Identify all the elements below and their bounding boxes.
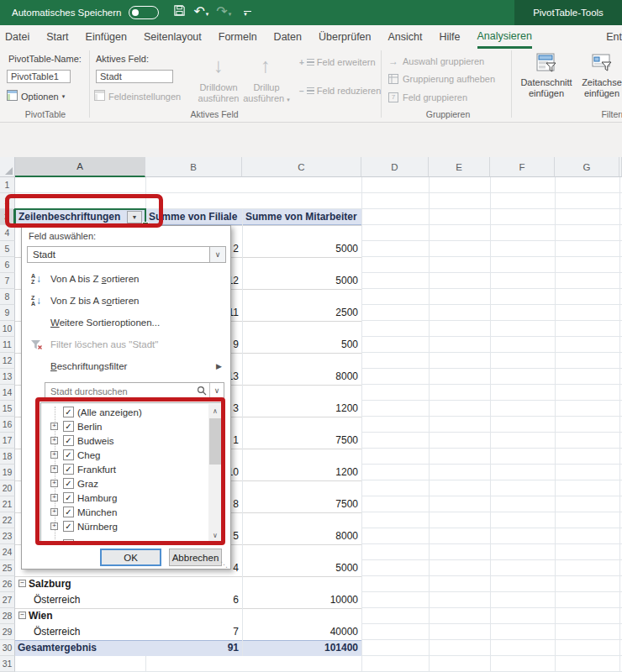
column-header-A[interactable]: A bbox=[15, 157, 145, 177]
tab-formeln[interactable]: Formeln bbox=[219, 25, 257, 49]
column-header-E[interactable]: E bbox=[429, 157, 490, 177]
tab-einfuegen[interactable]: Einfügen bbox=[86, 25, 127, 49]
tab-seitenlayout[interactable]: Seitenlayout bbox=[144, 25, 202, 49]
cell-C19[interactable]: 1200 bbox=[245, 465, 358, 480]
row-header[interactable]: 20 bbox=[0, 480, 15, 496]
tab-datei[interactable]: Datei bbox=[5, 25, 29, 49]
tab-ueberpruefen[interactable]: Überprüfen bbox=[319, 25, 372, 49]
collapse-wien-icon[interactable]: − bbox=[18, 612, 26, 619]
menu-sort-z-a[interactable]: ZA↓ Von Z bis A sortieren bbox=[22, 290, 230, 312]
cancel-button[interactable]: Abbrechen bbox=[169, 549, 222, 566]
tab-daten[interactable]: Daten bbox=[274, 25, 302, 49]
row-header[interactable]: 7 bbox=[0, 273, 15, 289]
cell-C23[interactable]: 8000 bbox=[245, 528, 358, 544]
insert-slicer-button[interactable]: Datenschnitt einfügen bbox=[514, 52, 578, 99]
cell-A30[interactable]: Gesamtergebnis bbox=[18, 640, 97, 656]
row-header[interactable]: 5 bbox=[0, 241, 15, 257]
group-field-button[interactable]: 7 Feld gruppieren bbox=[388, 92, 467, 102]
row-header[interactable]: 22 bbox=[0, 512, 15, 528]
cell-C15[interactable]: 1200 bbox=[245, 401, 358, 417]
cell-C3[interactable]: Summe von Mitarbeiter bbox=[245, 209, 357, 225]
tab-hilfe[interactable]: Hilfe bbox=[440, 25, 461, 49]
column-header-F[interactable]: F bbox=[490, 157, 555, 177]
row-header[interactable]: 13 bbox=[0, 369, 15, 385]
row-header[interactable]: 29 bbox=[0, 624, 15, 640]
row-header[interactable]: 11 bbox=[0, 337, 15, 353]
row-header[interactable]: 24 bbox=[0, 544, 15, 560]
cell-C30[interactable]: 101400 bbox=[245, 640, 358, 656]
row-header[interactable]: 25 bbox=[0, 560, 15, 576]
collapse-field-button[interactable]: − Feld reduzieren bbox=[299, 86, 381, 96]
expand-field-button[interactable]: + Feld erweitern bbox=[299, 57, 376, 67]
undo-button[interactable]: ↶▾ bbox=[193, 0, 208, 27]
save-icon[interactable] bbox=[173, 0, 186, 25]
row-header[interactable]: 18 bbox=[0, 449, 15, 465]
row-header[interactable]: 10 bbox=[0, 321, 15, 337]
row-header[interactable]: 16 bbox=[0, 417, 15, 433]
cell-B30[interactable]: 91 bbox=[147, 640, 239, 656]
cell-C5[interactable]: 5000 bbox=[245, 241, 358, 257]
row-header[interactable]: 15 bbox=[0, 401, 15, 417]
cell-C27[interactable]: 10000 bbox=[245, 592, 358, 608]
ok-button[interactable]: OK bbox=[100, 549, 161, 566]
row-header[interactable]: 17 bbox=[0, 433, 15, 449]
row-header[interactable]: 23 bbox=[0, 528, 15, 544]
row-header[interactable]: 12 bbox=[0, 353, 15, 369]
cell-C25[interactable]: 5000 bbox=[245, 560, 358, 576]
row-header[interactable]: 14 bbox=[0, 385, 15, 401]
field-select-combo[interactable]: Stadt ∨ bbox=[27, 246, 226, 263]
tab-ansicht[interactable]: Ansicht bbox=[388, 25, 423, 49]
menu-more-sort-options[interactable]: Weitere Sortieroptionen... bbox=[22, 312, 230, 333]
cell-C29[interactable]: 40000 bbox=[245, 624, 358, 640]
cell-C21[interactable]: 7500 bbox=[245, 496, 358, 512]
drilldown-button[interactable]: Drilldown ausführen bbox=[192, 82, 245, 104]
cell-C17[interactable]: 7500 bbox=[245, 433, 358, 449]
cell-C9[interactable]: 2500 bbox=[245, 305, 358, 321]
active-field-input[interactable] bbox=[96, 70, 173, 83]
group-selection-button[interactable]: → Auswahl gruppieren bbox=[388, 55, 484, 67]
row-header[interactable]: 1 bbox=[0, 177, 15, 193]
autosave-toggle[interactable] bbox=[129, 6, 159, 19]
row-header[interactable]: 31 bbox=[0, 656, 15, 672]
row-header[interactable]: 30 bbox=[0, 640, 15, 656]
cell-B27[interactable]: 6 bbox=[147, 592, 239, 608]
row-header[interactable]: 21 bbox=[0, 496, 15, 512]
tab-analysieren[interactable]: Analysieren bbox=[477, 25, 532, 49]
cell-A27[interactable]: Österreich bbox=[34, 592, 80, 608]
cell-A29[interactable]: Österreich bbox=[34, 624, 80, 640]
options-button[interactable]: Optionen ▾ bbox=[7, 89, 65, 104]
column-header-D[interactable]: D bbox=[361, 157, 429, 177]
redo-button[interactable]: ↷▾ bbox=[216, 0, 231, 27]
chevron-down-icon[interactable]: ∨ bbox=[209, 383, 224, 398]
collapse-salzburg-icon[interactable]: − bbox=[18, 580, 26, 587]
column-header-G[interactable]: G bbox=[555, 157, 619, 177]
cell-A28[interactable]: Wien bbox=[29, 608, 53, 624]
row-header[interactable]: 8 bbox=[0, 289, 15, 305]
cell-A26[interactable]: Salzburg bbox=[29, 576, 71, 592]
tab-start[interactable]: Start bbox=[46, 25, 68, 49]
menu-sort-a-z[interactable]: AZ↓ Von A bis Z sortieren bbox=[22, 268, 230, 290]
cell-C7[interactable]: 5000 bbox=[245, 273, 358, 289]
row-header[interactable]: 27 bbox=[0, 592, 15, 608]
column-header-C[interactable]: C bbox=[242, 157, 361, 177]
menu-label-filters[interactable]: Beschriftungsfilter ▶ bbox=[22, 355, 230, 377]
insert-timeline-button[interactable]: Zeitachse einfügen bbox=[580, 52, 622, 99]
row-header[interactable]: 26 bbox=[0, 576, 15, 592]
tab-entwurf[interactable]: Ent bbox=[606, 25, 622, 49]
field-settings-button[interactable]: Feldeinstellungen bbox=[94, 89, 181, 104]
customize-quick-access-icon[interactable] bbox=[244, 11, 251, 12]
cell-C11[interactable]: 500 bbox=[245, 337, 358, 353]
row-header[interactable]: 6 bbox=[0, 257, 15, 273]
ungroup-button[interactable]: Gruppierung aufheben bbox=[388, 74, 495, 84]
select-all-corner[interactable] bbox=[0, 157, 15, 177]
pivottable-name-input[interactable] bbox=[7, 70, 71, 83]
drillup-button[interactable]: Drillup ausführen ▾ bbox=[242, 82, 291, 105]
chevron-down-icon[interactable]: ∨ bbox=[209, 247, 225, 262]
column-header-B[interactable]: B bbox=[145, 157, 242, 177]
cell-B29[interactable]: 7 bbox=[147, 624, 239, 640]
cell-C13[interactable]: 8000 bbox=[245, 369, 358, 385]
resize-grip[interactable]: ⋱ bbox=[220, 560, 228, 569]
row-header[interactable]: 19 bbox=[0, 465, 15, 480]
row-header[interactable]: 28 bbox=[0, 608, 15, 624]
row-header[interactable]: 9 bbox=[0, 305, 15, 321]
